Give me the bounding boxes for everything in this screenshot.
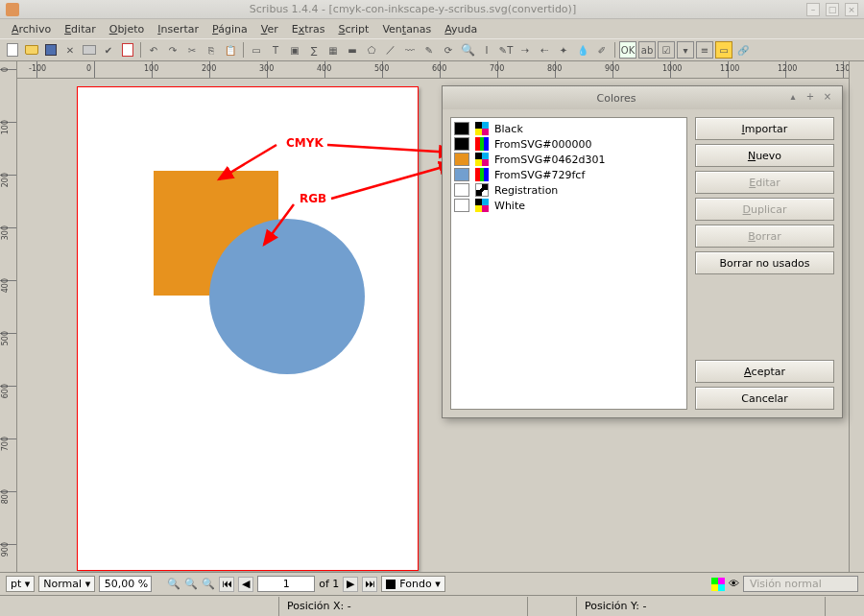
last-page-button[interactable]: ⏭ (362, 577, 377, 592)
close-doc-button[interactable]: ✕ (61, 41, 79, 59)
color-name: Registration (494, 184, 558, 197)
color-row: Registration (454, 182, 684, 198)
rotate-tool[interactable]: ⟳ (440, 41, 457, 59)
link-frames-tool[interactable]: ⇢ (516, 41, 534, 59)
zoom-input[interactable] (99, 576, 152, 592)
menu-archivo[interactable]: AArchivorchivo (6, 21, 57, 37)
zoom-in-icon[interactable]: 🔍 (202, 578, 215, 590)
undo-button[interactable]: ↶ (145, 41, 162, 59)
menu-ver[interactable]: Ver (255, 21, 284, 37)
delete-unused-button[interactable]: Borrar no usados (695, 251, 834, 274)
edit-color-button[interactable]: Editar (695, 171, 834, 194)
menu-pagina[interactable]: Página (206, 21, 253, 37)
pdf-link-tool[interactable]: 🔗 (734, 41, 752, 59)
pdf-combobox-tool[interactable]: ▾ (677, 41, 694, 59)
print-button[interactable] (81, 41, 98, 59)
copy-properties-tool[interactable]: 💧 (574, 41, 591, 59)
duplicate-color-button[interactable]: Duplicar (695, 198, 834, 221)
bezier-tool[interactable]: 〰 (401, 41, 419, 59)
zoom-out-icon[interactable]: 🔍 (184, 578, 198, 590)
import-button[interactable]: IImportarmportar (695, 117, 834, 140)
text-frame-tool[interactable]: T (267, 41, 284, 59)
window-titlebar: Scribus 1.4.4 - [cmyk-con-inkscape-y-scr… (0, 0, 864, 19)
window-minimize-button[interactable]: – (806, 3, 820, 16)
vertical-ruler[interactable]: 0100200300400500600700800900 (0, 61, 17, 572)
dialog-close-button[interactable]: × (821, 91, 834, 105)
view-mode-selector[interactable]: Normal ▾ (38, 576, 95, 592)
vertical-scrollbar[interactable] (849, 61, 864, 572)
polygon-tool[interactable]: ⬠ (363, 41, 380, 59)
preflight-button[interactable]: ✔ (100, 41, 117, 59)
cms-icon[interactable] (711, 578, 725, 591)
color-name: Black (494, 123, 523, 135)
next-page-button[interactable]: ▶ (343, 577, 358, 592)
registration-icon (475, 183, 489, 197)
cmyk-icon (475, 153, 489, 166)
cut-button[interactable]: ✂ (183, 41, 201, 59)
svg-line-2 (264, 204, 294, 245)
render-frame-tool[interactable]: ∑ (305, 41, 323, 59)
window-close-button[interactable]: × (845, 3, 858, 16)
horizontal-ruler[interactable]: -100010020030040050060070080090010001100… (17, 61, 849, 79)
table-tool[interactable]: ▦ (324, 41, 342, 59)
menu-insertar[interactable]: Insertar (152, 21, 204, 37)
menu-ventanas[interactable]: Ventanas (376, 21, 437, 37)
line-tool[interactable]: ／ (382, 41, 399, 59)
menu-editar[interactable]: Editar (59, 21, 102, 37)
dialog-shade-button[interactable]: ▴ (786, 91, 800, 105)
statusbar: pt ▾ Normal ▾ 🔍 🔍 🔍 ⏮ ◀ of 1 ▶ ⏭ Fondo ▾… (0, 572, 864, 595)
export-pdf-button[interactable] (119, 41, 136, 59)
open-doc-button[interactable] (23, 41, 40, 59)
pdf-textfield-tool[interactable]: ab (638, 41, 656, 59)
redo-button[interactable]: ↷ (164, 41, 181, 59)
layer-selector[interactable]: Fondo ▾ (381, 576, 444, 592)
page-number-input[interactable] (257, 576, 315, 592)
menu-objeto[interactable]: Objeto (104, 21, 151, 37)
menubar: AArchivorchivo Editar Objeto Insertar Pá… (0, 19, 864, 38)
color-name: FromSVG#000000 (494, 138, 592, 151)
cancel-button[interactable]: Cancelar (695, 387, 834, 410)
story-editor-button[interactable]: ✎T (497, 41, 515, 59)
select-tool[interactable]: ▭ (248, 41, 265, 59)
pdf-listbox-tool[interactable]: ≡ (696, 41, 713, 59)
color-name: FromSVG#0462d301 (494, 154, 605, 166)
first-page-button[interactable]: ⏮ (219, 577, 234, 592)
pdf-annotation-tool[interactable]: ▭ (715, 41, 732, 59)
pdf-checkbox-tool[interactable]: ☑ (658, 41, 675, 59)
color-swatch-icon (454, 153, 469, 166)
preview-icon[interactable]: 👁 (729, 578, 739, 590)
color-row: FromSVG#0462d301 (454, 152, 684, 167)
eyedropper-tool[interactable]: ✐ (593, 41, 611, 59)
new-doc-button[interactable] (4, 41, 21, 59)
delete-color-button[interactable]: Borrar (695, 225, 834, 248)
unit-selector[interactable]: pt ▾ (6, 576, 35, 592)
page-total-label: of 1 (319, 578, 339, 590)
pdf-pushbutton-tool[interactable]: OK (619, 41, 636, 59)
menu-script[interactable]: Script (332, 21, 374, 37)
zoom-default-icon[interactable]: 🔍 (167, 578, 180, 590)
paste-button[interactable]: 📋 (222, 41, 239, 59)
menu-ayuda[interactable]: Ayuda (439, 21, 483, 37)
window-maximize-button[interactable]: □ (826, 3, 839, 16)
dialog-titlebar[interactable]: Colores ▴ + × (443, 86, 842, 109)
menu-extras[interactable]: Extras (286, 21, 331, 37)
svg-line-1 (327, 145, 453, 153)
save-doc-button[interactable] (42, 41, 60, 59)
measure-tool[interactable]: ✦ (555, 41, 572, 59)
dialog-float-button[interactable]: + (804, 91, 817, 105)
image-frame-tool[interactable]: ▣ (286, 41, 303, 59)
copy-button[interactable]: ⎘ (203, 41, 220, 59)
color-name: FromSVG#729fcf (494, 169, 585, 181)
zoom-tool[interactable]: 🔍 (459, 41, 476, 59)
svg-line-0 (219, 145, 276, 179)
accept-button[interactable]: Aceptar (695, 360, 834, 383)
prev-page-button[interactable]: ◀ (238, 577, 253, 592)
new-color-button[interactable]: Nuevo (695, 144, 834, 167)
color-swatch-icon (454, 168, 469, 181)
unlink-frames-tool[interactable]: ⇠ (536, 41, 553, 59)
edit-contents-tool[interactable]: I (478, 41, 495, 59)
color-list[interactable]: Black FromSVG#000000 FromSVG#0462d301 Fr… (450, 117, 687, 410)
shape-tool[interactable]: ▬ (344, 41, 361, 59)
freehand-tool[interactable]: ✎ (420, 41, 438, 59)
color-name: White (494, 200, 525, 212)
